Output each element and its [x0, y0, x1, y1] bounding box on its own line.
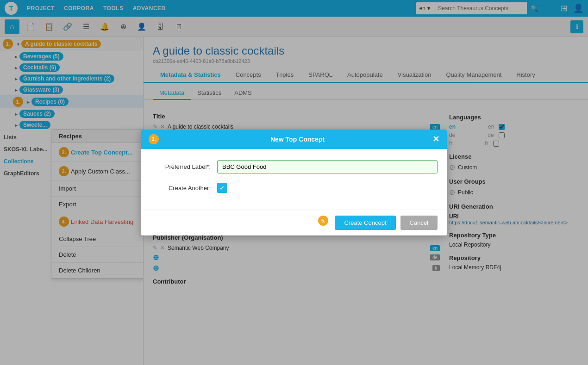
cancel-button[interactable]: Cancel: [400, 216, 438, 230]
modal-overlay: 3. New Top Concept ✕ Preferred Label*: C…: [0, 0, 588, 365]
modal-pref-label-input[interactable]: [217, 160, 438, 173]
modal-close-button[interactable]: ✕: [432, 134, 439, 144]
modal-create-another-label: Create Another:: [150, 185, 211, 192]
modal-new-top-concept: 3. New Top Concept ✕ Preferred Label*: C…: [141, 130, 447, 235]
step5-badge: 5.: [318, 216, 328, 226]
modal-create-another-checkbox[interactable]: ✓: [217, 183, 227, 193]
modal-footer: 5. Create Concept Cancel: [141, 210, 447, 235]
modal-create-another-field: Create Another: ✓: [150, 183, 438, 193]
modal-pref-label-field: Preferred Label*:: [150, 160, 438, 173]
modal-step-badge: 3.: [149, 134, 159, 144]
modal-header: 3. New Top Concept ✕: [141, 130, 447, 149]
modal-body: Preferred Label*: Create Another: ✓: [141, 149, 447, 210]
modal-title: New Top Concept: [270, 136, 325, 143]
create-concept-button[interactable]: Create Concept: [335, 216, 395, 230]
modal-pref-label-label: Preferred Label*:: [150, 163, 211, 170]
